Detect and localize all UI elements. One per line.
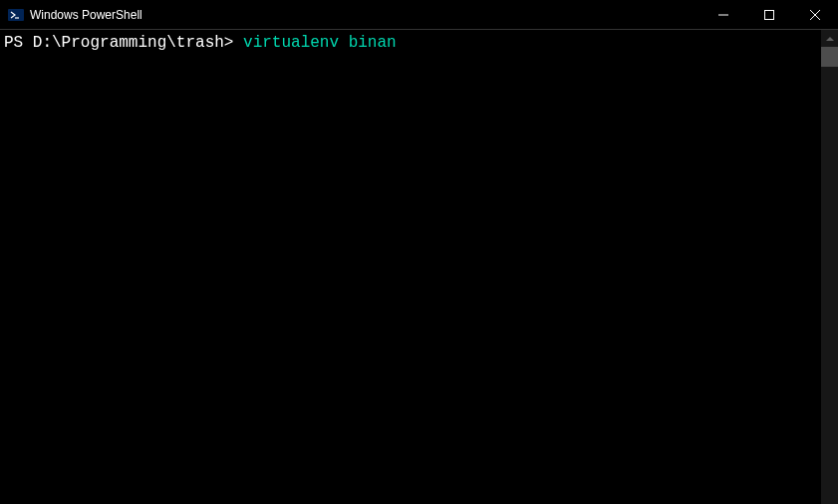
titlebar-left: Windows PowerShell [0,7,142,23]
prompt-prefix: PS [4,34,33,52]
powershell-icon [8,7,24,23]
close-button[interactable] [792,0,838,30]
prompt-caret: > [224,34,243,52]
command-argument: binan [339,34,397,52]
maximize-button[interactable] [746,0,792,30]
scrollbar-thumb[interactable] [821,47,838,67]
window-title: Windows PowerShell [30,8,142,22]
terminal-area[interactable]: PS D:\Programming\trash> virtualenv bina… [0,30,821,504]
svg-rect-3 [765,10,774,19]
window-controls [700,0,838,29]
prompt-path: D:\Programming\trash [33,34,224,52]
prompt-line: PS D:\Programming\trash> virtualenv bina… [4,32,817,54]
window-titlebar: Windows PowerShell [0,0,838,30]
scrollbar-up-arrow-icon[interactable] [821,30,838,47]
minimize-button[interactable] [700,0,746,30]
vertical-scrollbar[interactable] [821,30,838,504]
terminal-container: PS D:\Programming\trash> virtualenv bina… [0,30,838,504]
command-executable: virtualenv [243,34,339,52]
